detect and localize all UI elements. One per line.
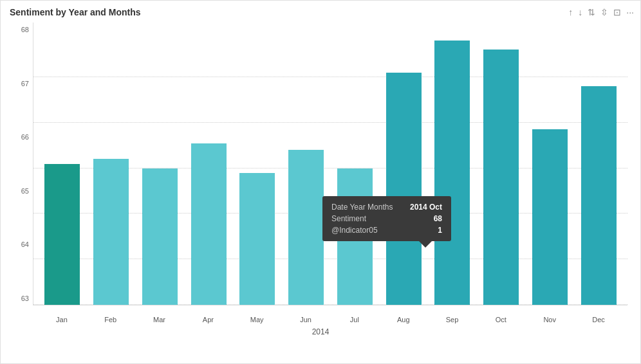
bar[interactable]: [142, 168, 178, 305]
bar-group[interactable]: [528, 23, 573, 305]
bar[interactable]: [288, 150, 324, 305]
expand-icon[interactable]: ⇳: [600, 7, 608, 17]
x-label: Jun: [283, 316, 328, 323]
x-year-label: 2014: [312, 327, 330, 336]
more-icon[interactable]: ···: [626, 7, 634, 17]
x-label-group: Oct: [478, 316, 523, 323]
x-label: Aug: [381, 316, 426, 323]
x-label-group: Sep: [430, 316, 475, 323]
bar-group[interactable]: [430, 23, 475, 305]
bars-row: [33, 23, 627, 305]
x-label-group: Apr: [185, 316, 230, 323]
bar[interactable]: [93, 159, 129, 305]
chart-area: 636465666768 JanFebMarAprMayJunJulAugSep…: [7, 23, 634, 338]
x-label: Dec: [576, 316, 621, 323]
x-label-group: Jul: [332, 316, 377, 323]
y-axis-label: 65: [7, 187, 33, 195]
bar[interactable]: [239, 173, 275, 305]
bar-group[interactable]: [186, 23, 231, 305]
bar[interactable]: [483, 50, 519, 305]
plot-area: [33, 23, 627, 305]
toolbar: ↑ ↓ ⇅ ⇳ ⊡ ···: [568, 7, 634, 17]
bar[interactable]: [581, 86, 617, 305]
chart-title: Sentiment by Year and Months: [7, 7, 634, 17]
x-label: Oct: [478, 316, 523, 323]
bar-group[interactable]: [333, 23, 378, 305]
x-label-group: Feb: [88, 316, 133, 323]
bar[interactable]: [191, 143, 227, 305]
x-label-group: Nov: [527, 316, 572, 323]
x-label: Mar: [137, 316, 182, 323]
y-axis-label: 68: [7, 26, 33, 33]
sort-both-icon[interactable]: ⇅: [588, 7, 595, 17]
focus-icon[interactable]: ⊡: [613, 7, 621, 17]
x-labels: JanFebMarAprMayJunJulAugSepOctNovDec: [33, 316, 627, 323]
bar[interactable]: [434, 41, 470, 305]
x-label: Apr: [185, 316, 230, 323]
bar-group[interactable]: [89, 23, 134, 305]
chart-container: Sentiment by Year and Months ↑ ↓ ⇅ ⇳ ⊡ ·…: [0, 0, 641, 364]
x-label-group: Dec: [576, 316, 621, 323]
x-label-group: Jun: [283, 316, 328, 323]
y-axis-label: 64: [7, 241, 33, 248]
bar[interactable]: [44, 164, 80, 305]
bar-group[interactable]: [40, 23, 85, 305]
x-label: May: [234, 316, 279, 323]
bar-group[interactable]: [479, 23, 524, 305]
x-label: Jan: [39, 316, 84, 323]
x-label-group: May: [234, 316, 279, 323]
y-axis-label: 67: [7, 80, 33, 87]
bar[interactable]: [337, 168, 373, 305]
x-label: Feb: [88, 316, 133, 323]
bar-group[interactable]: [381, 23, 426, 305]
x-label: Sep: [430, 316, 475, 323]
x-label-group: Jan: [39, 316, 84, 323]
x-label-group: Aug: [381, 316, 426, 323]
bar-group[interactable]: [576, 23, 621, 305]
y-axis: 636465666768: [7, 23, 33, 305]
x-label: Jul: [332, 316, 377, 323]
y-axis-label: 66: [7, 133, 33, 141]
sort-asc-icon[interactable]: ↑: [568, 7, 573, 17]
x-label: Nov: [527, 316, 572, 323]
bar[interactable]: [532, 129, 568, 305]
y-axis-label: 63: [7, 295, 33, 302]
bar[interactable]: [386, 73, 422, 305]
bar-group[interactable]: [235, 23, 280, 305]
x-label-group: Mar: [137, 316, 182, 323]
sort-desc-icon[interactable]: ↓: [578, 7, 582, 17]
bar-group[interactable]: [284, 23, 329, 305]
bar-group[interactable]: [138, 23, 183, 305]
